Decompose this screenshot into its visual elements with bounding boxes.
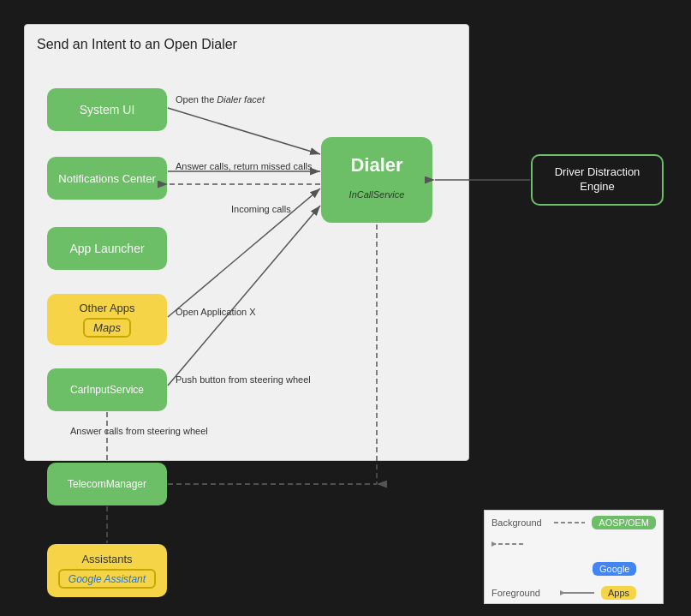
- assistants-box: Assistants Google Assistant: [47, 544, 167, 597]
- app-launcher-box: App Launcher: [47, 227, 167, 270]
- anno-open-dialer-facet: Open the Open the Dialer facetDialer fac…: [176, 94, 265, 105]
- svg-marker-20: [560, 590, 565, 595]
- car-input-service-box: CarInputService: [47, 368, 167, 411]
- dialer-box: Dialer InCallService: [321, 137, 432, 223]
- anno-open-application-x: Open Application X: [176, 307, 256, 317]
- other-apps-box: Other Apps Maps: [47, 294, 167, 345]
- legend-background-row: Background AOSP/OEM: [485, 511, 663, 535]
- notifications-center-box: Notifications Center: [47, 157, 167, 200]
- in-call-service-box: InCallService: [330, 183, 424, 206]
- legend-foreground-row: Foreground Apps: [485, 581, 663, 605]
- telecom-manager-box: TelecomManager: [47, 463, 167, 505]
- svg-marker-18: [491, 541, 497, 547]
- system-ui-box: System UI: [47, 88, 167, 131]
- legend-box: Background AOSP/OEM Google Foreground Ap…: [484, 510, 664, 604]
- anno-answer-steering: Answer calls from steering wheel: [70, 426, 208, 436]
- anno-answer-calls: Answer calls, return missed calls: [176, 161, 313, 171]
- driver-distraction-engine-box: Driver Distraction Engine: [531, 154, 664, 206]
- google-assistant-inner-box: Google Assistant: [58, 569, 156, 589]
- legend-google-row: Google: [485, 557, 663, 581]
- anno-incoming-calls: Incoming calls: [231, 204, 291, 214]
- maps-inner-box: Maps: [83, 318, 131, 338]
- anno-push-button: Push button from steering wheel: [176, 374, 311, 385]
- diagram-title: Send an Intent to an Open Dialer: [37, 37, 237, 52]
